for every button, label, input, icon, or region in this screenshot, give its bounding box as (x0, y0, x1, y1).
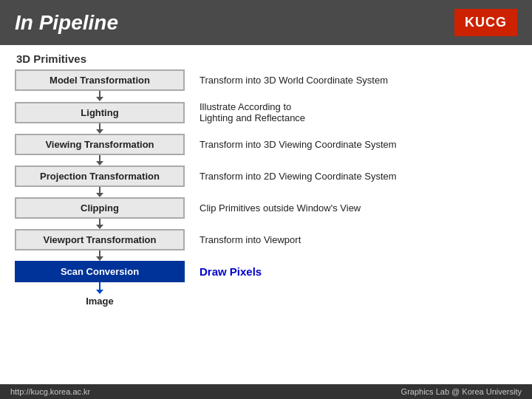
pipeline-box-3: Projection Transformation (15, 166, 185, 187)
pipeline-desc-4: Clip Primitives outside Window's View (200, 202, 517, 214)
pipeline-desc-5: Transform into Viewport (200, 234, 517, 245)
pipeline-arrow-1 (15, 91, 185, 101)
pipeline-arrow-2 (15, 123, 185, 134)
image-label: Image (15, 296, 185, 307)
pipeline-desc-3: Transform into 2D Viewing Coordinate Sys… (200, 171, 517, 182)
pipeline-row-2: Viewing TransformationTransform into 3D … (15, 134, 517, 155)
pipeline-row-0: Model TransformationTransform into 3D Wo… (15, 69, 517, 91)
footer-url: http://kucg.korea.ac.kr (10, 387, 90, 396)
pipeline-box-4: Clipping (15, 197, 185, 219)
pipeline-row-5: Viewport TransformationTransform into Vi… (15, 229, 517, 250)
pipeline-box-6: Scan Conversion (15, 261, 185, 282)
pipeline-box-5: Viewport Transformation (15, 229, 185, 250)
kucg-logo: KUCG (454, 9, 517, 36)
page-title: In Pipeline (15, 11, 118, 35)
pipeline-row-3: Projection TransformationTransform into … (15, 166, 517, 187)
pipeline-container: Model TransformationTransform into 3D Wo… (15, 69, 517, 282)
section-label: 3D Primitives (16, 52, 517, 65)
pipeline-desc-6: Draw Pixels (200, 265, 517, 278)
pipeline-arrow-6 (15, 250, 185, 261)
footer: http://kucg.korea.ac.kr Graphics Lab @ K… (0, 384, 532, 399)
main-content: 3D Primitives Model TransformationTransf… (0, 45, 532, 313)
pipeline-row-1: LightingIllustrate According toLighting … (15, 101, 517, 123)
pipeline-desc-0: Transform into 3D World Coordinate Syste… (200, 75, 517, 86)
footer-credit: Graphics Lab @ Korea University (401, 387, 522, 396)
pipeline-box-1: Lighting (15, 102, 185, 123)
final-arrow (15, 282, 185, 294)
header: In Pipeline KUCG (0, 0, 532, 45)
pipeline-desc-2: Transform into 3D Viewing Coordinate Sys… (200, 139, 517, 150)
pipeline-arrow-3 (15, 155, 185, 166)
pipeline-desc-1: Illustrate According toLighting and Refl… (200, 101, 517, 123)
pipeline-arrow-5 (15, 219, 185, 229)
pipeline-row-6: Scan ConversionDraw Pixels (15, 261, 517, 282)
pipeline-box-2: Viewing Transformation (15, 134, 185, 155)
pipeline-row-4: ClippingClip Primitives outside Window's… (15, 197, 517, 219)
pipeline-arrow-4 (15, 187, 185, 197)
pipeline-box-0: Model Transformation (15, 69, 185, 91)
